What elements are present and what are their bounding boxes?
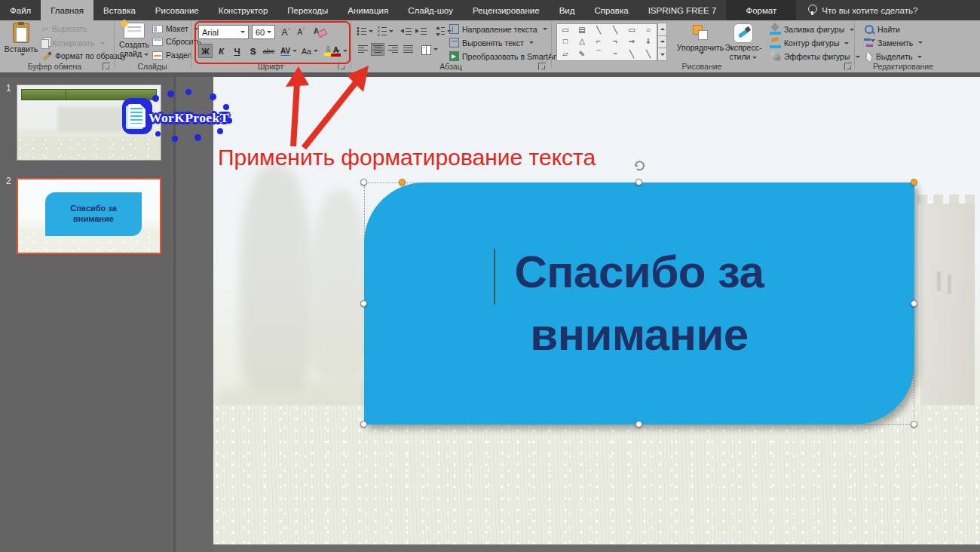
align-right-icon — [388, 45, 398, 54]
shape-cell[interactable]: ⇒ — [623, 35, 640, 47]
slide-2-thumbnail[interactable]: Спасибо за внимание — [17, 178, 161, 254]
reset-icon — [152, 38, 163, 46]
find-button[interactable]: Найти — [864, 24, 900, 35]
tab-review[interactable]: Рецензирование — [463, 0, 550, 20]
gallery-scroll-down-button[interactable] — [657, 35, 667, 49]
align-left-button[interactable] — [356, 43, 369, 56]
align-center-icon — [373, 45, 383, 54]
tab-animations[interactable]: Анимация — [338, 0, 398, 20]
paste-button[interactable]: Вставить — [5, 23, 38, 56]
rotate-handle-icon[interactable] — [632, 158, 646, 172]
corner-radius-adjust-handle-right[interactable] — [911, 179, 917, 186]
tab-draw[interactable]: Рисование — [145, 0, 209, 20]
tab-view[interactable]: Вид — [550, 0, 585, 20]
shape-cell[interactable]: ▭ — [557, 24, 574, 35]
shape-cell[interactable]: ✎ — [574, 47, 590, 60]
align-center-button[interactable] — [371, 43, 384, 56]
shape-cell[interactable]: ⌐ — [590, 35, 607, 47]
paragraph-dialog-launcher[interactable] — [538, 63, 546, 70]
shape-cell[interactable]: ╲ — [640, 47, 657, 60]
resize-handle-middle-right[interactable] — [911, 300, 917, 307]
shape-cell[interactable]: ⌒ — [590, 47, 607, 60]
bullets-button[interactable] — [356, 25, 374, 38]
text-cursor — [494, 249, 495, 305]
tab-insert[interactable]: Вставка — [93, 0, 145, 20]
bullets-caret-icon — [369, 30, 373, 32]
text-direction-caret-icon — [543, 28, 547, 30]
shape-cell[interactable]: ~ — [607, 47, 623, 60]
select-button[interactable]: Выделить — [864, 51, 922, 62]
section-icon — [152, 51, 163, 60]
copy-button[interactable]: Копировать — [42, 37, 105, 49]
shape-cell[interactable]: ▤ — [574, 24, 590, 35]
shape-cell[interactable]: ╲ — [607, 24, 623, 35]
shape-effects-label: Эффекты фигуры — [784, 52, 850, 61]
new-slide-button[interactable]: Создать слайд — [118, 23, 151, 58]
shape-cell[interactable]: ▭ — [623, 24, 640, 35]
replace-button[interactable]: Заменить — [864, 38, 923, 48]
select-icon — [864, 51, 873, 62]
drawing-dialog-launcher[interactable] — [844, 63, 852, 70]
shape-cell[interactable]: ○ — [640, 24, 657, 35]
format-painter-icon — [42, 51, 52, 60]
resize-handle-bottom-center[interactable] — [635, 421, 642, 428]
tab-ispring[interactable]: ISPRING FREE 7 — [639, 0, 727, 20]
arrange-label: Упорядочить — [677, 43, 724, 52]
shape-cell[interactable]: ⇓ — [640, 35, 657, 47]
gallery-more-button[interactable] — [657, 48, 667, 61]
numbering-button[interactable] — [376, 25, 394, 38]
columns-icon — [421, 45, 431, 54]
align-text-caret-icon — [529, 41, 534, 44]
resize-handle-top-center[interactable] — [635, 179, 642, 186]
columns-button[interactable] — [421, 43, 439, 56]
tab-slideshow[interactable]: Слайд-шоу — [398, 0, 463, 20]
shape-text[interactable]: Спасибо за внимание — [462, 241, 816, 366]
text-direction-label: Направление текста — [462, 25, 537, 34]
convert-to-smartart-button[interactable]: Преобразовать в SmartArt — [449, 51, 568, 61]
annotation-highlight-box — [194, 21, 351, 64]
shape-cell[interactable]: △ — [574, 35, 590, 47]
increase-indent-button[interactable] — [414, 25, 427, 38]
align-right-button[interactable] — [386, 43, 400, 56]
shape-cell[interactable]: ╲ — [590, 24, 607, 35]
corner-radius-adjust-handle[interactable] — [399, 179, 406, 186]
shape-fill-button[interactable]: Заливка фигуры — [770, 24, 854, 35]
decrease-indent-button[interactable] — [399, 25, 412, 38]
text-direction-icon — [449, 24, 459, 34]
shape-cell[interactable]: □ — [557, 35, 574, 47]
align-text-button[interactable]: Выровнять текст — [449, 38, 534, 48]
shape-cell[interactable]: ▱ — [557, 47, 574, 60]
tab-help[interactable]: Справка — [585, 0, 639, 20]
shape-outline-button[interactable]: Контур фигуры — [770, 38, 849, 48]
shape-effects-icon — [770, 51, 781, 62]
slide-canvas[interactable]: Применить форматирование текста Спасибо … — [213, 77, 980, 544]
tab-format[interactable]: Формат — [726, 0, 796, 20]
shape-cell[interactable]: ¬ — [607, 35, 623, 47]
text-direction-button[interactable]: Направление текста — [449, 24, 547, 34]
resize-handle-bottom-left[interactable] — [360, 421, 367, 428]
quick-styles-button[interactable]: Экспресс- стили — [720, 23, 767, 61]
tab-file[interactable]: Файл — [0, 0, 41, 20]
shape-cell[interactable]: ╲ — [623, 47, 640, 60]
rounded-rectangle-shape[interactable]: Спасибо за внимание — [364, 182, 914, 425]
layout-label: Макет — [166, 24, 188, 33]
reset-button[interactable]: Сбросить — [152, 37, 201, 46]
justify-button[interactable] — [401, 43, 415, 56]
arrange-caret-icon — [700, 52, 704, 54]
resize-handle-top-left[interactable] — [360, 179, 367, 186]
resize-handle-bottom-right[interactable] — [911, 421, 917, 428]
clipboard-dialog-launcher[interactable] — [103, 63, 110, 70]
tab-transitions[interactable]: Переходы — [277, 0, 338, 20]
lightbulb-icon — [808, 5, 816, 16]
arrange-icon — [691, 23, 709, 41]
gallery-scroll-up-button[interactable] — [657, 23, 667, 36]
new-slide-icon — [124, 23, 145, 38]
shape-effects-button[interactable]: Эффекты фигуры — [770, 51, 860, 62]
tab-home[interactable]: Главная — [41, 0, 93, 20]
cut-button[interactable]: ✂ Вырезать — [42, 24, 87, 33]
resize-handle-middle-left[interactable] — [360, 300, 367, 307]
tab-design[interactable]: Конструктор — [209, 0, 278, 20]
new-slide-label-1: Создать — [119, 40, 149, 49]
copy-label: Копировать — [52, 38, 95, 48]
tell-me-search[interactable]: Что вы хотите сделать? — [808, 0, 917, 20]
